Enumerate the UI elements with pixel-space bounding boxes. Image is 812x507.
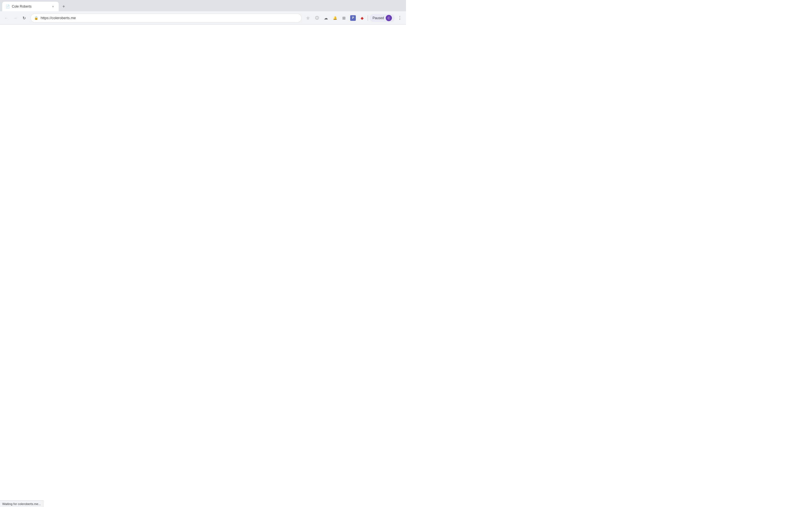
more-options-button[interactable]: ⋮: [396, 14, 404, 22]
diamond-icon: [359, 15, 365, 21]
extensions-button[interactable]: ⊞: [340, 14, 348, 22]
toolbar-right: ☆ ⓘ ☁ 🔔 ⊞ P: [304, 14, 404, 22]
p-extension-button[interactable]: P: [349, 14, 357, 22]
toolbar-divider: [368, 15, 368, 21]
avatar: C: [386, 15, 392, 21]
tab-title: Cole Roberts: [12, 4, 49, 8]
browser-frame: 📄 Cole Roberts × + ← → ↻ 🔒 https://coler…: [0, 0, 406, 253]
page-content: [0, 25, 406, 253]
forward-icon: →: [13, 16, 17, 20]
paused-label: Paused: [372, 16, 384, 20]
forward-button[interactable]: →: [11, 14, 19, 22]
puzzle-icon: ⊞: [342, 16, 346, 20]
lock-icon: 🔒: [34, 16, 38, 20]
url-text: https://coleroberts.me: [41, 16, 298, 20]
tab-favicon-icon: 📄: [6, 4, 10, 8]
notification-button[interactable]: 🔔: [331, 14, 339, 22]
cloud-button[interactable]: ☁: [322, 14, 330, 22]
bookmark-button[interactable]: ☆: [304, 14, 312, 22]
tab-close-button[interactable]: ×: [51, 4, 55, 9]
more-icon: ⋮: [398, 15, 402, 20]
reload-icon: ↻: [22, 16, 26, 20]
p-extension-icon: P: [350, 15, 356, 21]
tab-bar-inner: 📄 Cole Roberts × +: [0, 0, 68, 11]
address-bar[interactable]: 🔒 https://coleroberts.me: [31, 13, 302, 22]
nav-bar: ← → ↻ 🔒 https://coleroberts.me ☆ ⓘ: [0, 11, 406, 25]
info-button[interactable]: ⓘ: [313, 14, 321, 22]
info-icon: ⓘ: [315, 15, 319, 20]
active-tab[interactable]: 📄 Cole Roberts ×: [2, 2, 59, 11]
tab-bar: 📄 Cole Roberts × +: [0, 0, 406, 11]
back-icon: ←: [4, 16, 8, 20]
bell-icon: 🔔: [333, 16, 337, 20]
new-tab-button[interactable]: +: [60, 3, 68, 10]
avatar-initial: C: [388, 16, 390, 20]
star-icon: ☆: [306, 16, 310, 20]
diamond-extension-button[interactable]: [358, 14, 366, 22]
cloud-icon: ☁: [324, 16, 328, 20]
paused-button[interactable]: Paused C: [370, 14, 395, 22]
reload-button[interactable]: ↻: [20, 14, 28, 22]
back-button[interactable]: ←: [2, 14, 10, 22]
